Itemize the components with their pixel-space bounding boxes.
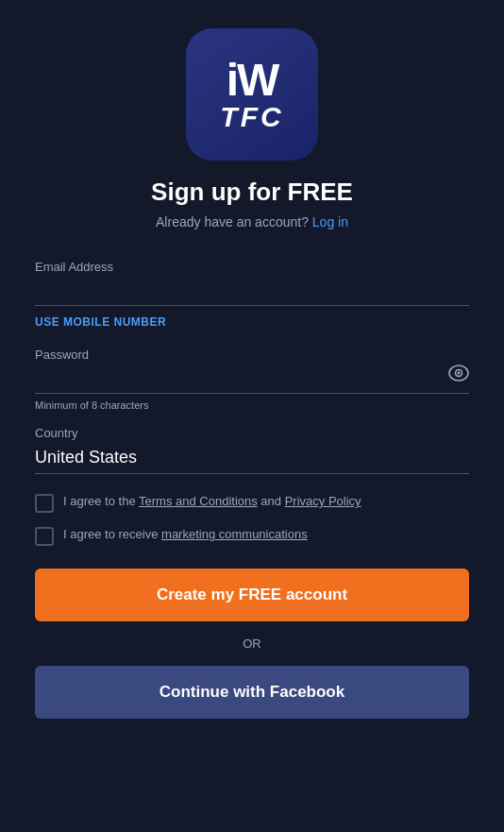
app-logo: iW TFC	[186, 28, 318, 161]
password-label: Password	[35, 348, 469, 362]
password-input[interactable]	[35, 365, 469, 394]
create-account-button[interactable]: Create my FREE account	[35, 569, 469, 621]
privacy-link[interactable]: Privacy Policy	[285, 494, 361, 508]
eye-icon[interactable]	[448, 365, 469, 386]
use-mobile-link[interactable]: USE MOBILE NUMBER	[35, 315, 469, 329]
login-link[interactable]: Log in	[312, 214, 348, 229]
country-label: Country	[35, 426, 469, 440]
country-value[interactable]: United States	[35, 444, 469, 474]
terms-link[interactable]: Terms and Conditions	[139, 494, 258, 508]
checkbox-section: I agree to the Terms and Conditions and …	[35, 493, 469, 546]
and-text: and	[258, 494, 285, 508]
marketing-label: I agree to receive marketing communicati…	[63, 526, 308, 543]
or-divider: OR	[35, 637, 469, 651]
email-input[interactable]	[35, 278, 469, 306]
terms-label: I agree to the Terms and Conditions and …	[63, 493, 361, 510]
marketing-text: I agree to receive	[63, 527, 161, 541]
page-title: Sign up for FREE	[151, 178, 353, 207]
marketing-checkbox[interactable]	[35, 527, 54, 546]
subtitle-text: Already have an account?	[156, 214, 309, 229]
signup-container: iW TFC Sign up for FREE Already have an …	[35, 28, 469, 719]
country-field-group: Country United States	[35, 426, 469, 474]
marketing-checkbox-row: I agree to receive marketing communicati…	[35, 526, 469, 546]
logo-iw: iW	[227, 58, 278, 103]
password-hint: Minimum of 8 characters	[35, 399, 469, 411]
svg-point-2	[458, 372, 461, 375]
terms-checkbox[interactable]	[35, 494, 54, 513]
password-field-group: Password	[35, 348, 469, 394]
marketing-link[interactable]: marketing communications	[161, 527, 308, 541]
signup-form: Email Address USE MOBILE NUMBER Password…	[35, 260, 469, 719]
email-field-group: Email Address	[35, 260, 469, 306]
subtitle: Already have an account? Log in	[156, 214, 348, 229]
facebook-button[interactable]: Continue with Facebook	[35, 666, 469, 719]
logo-tfc: TFC	[220, 103, 283, 131]
terms-checkbox-row: I agree to the Terms and Conditions and …	[35, 493, 469, 513]
email-label: Email Address	[35, 260, 469, 274]
terms-text: I agree to the	[63, 494, 139, 508]
